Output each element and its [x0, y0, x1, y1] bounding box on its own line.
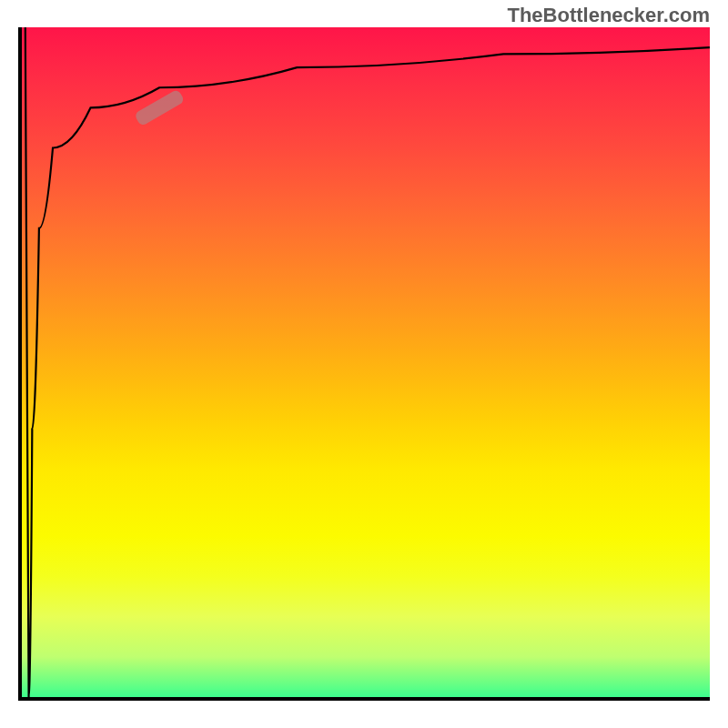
chart-plot-area [18, 27, 710, 701]
chart-svg [22, 27, 710, 697]
data-curve [25, 27, 710, 697]
highlight-marker [134, 89, 185, 127]
attribution-text: TheBottlenecker.com [507, 4, 710, 27]
